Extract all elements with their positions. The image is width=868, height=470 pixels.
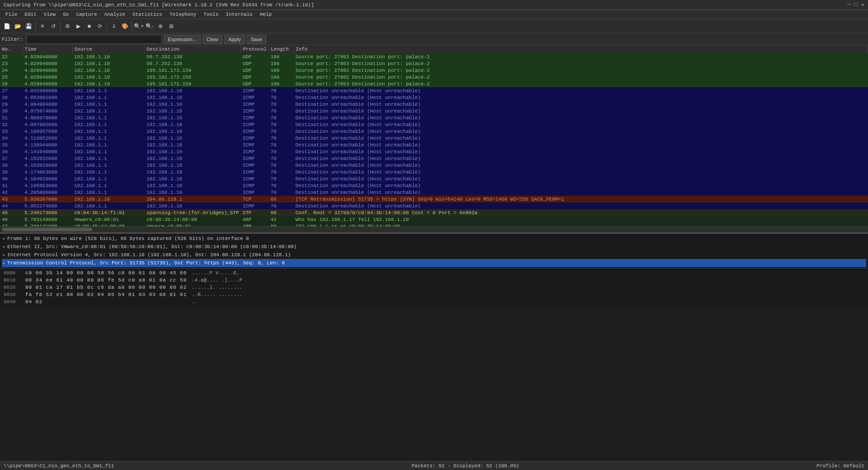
- col-source: Source: [72, 45, 145, 53]
- toolbar-stop-capture[interactable]: ■: [84, 21, 94, 31]
- detail-row-2[interactable]: ▸Internet Protocol Version 4, Src: 192.1…: [2, 251, 866, 259]
- cell-no: 32: [0, 121, 23, 128]
- table-row[interactable]: 344.119952000192.168.1.1192.168.1.10ICMP…: [0, 135, 868, 141]
- table-row[interactable]: 475.796141000c0:00:3b:14:00:00Vmware_c0:…: [0, 223, 868, 226]
- cell-proto: ICMP: [241, 101, 269, 108]
- table-row[interactable]: 314.086970000192.168.1.1192.168.1.10ICMP…: [0, 114, 868, 121]
- table-row[interactable]: 244.029946000192.168.1.10195.181.173.159…: [0, 67, 868, 74]
- table-row[interactable]: 455.240173000c0:04:3b:14:f1:01spanning-t…: [0, 209, 868, 216]
- toolbar-autoscroll[interactable]: ⇓: [109, 21, 119, 31]
- cell-src: 192.168.1.10: [72, 196, 145, 202]
- minimize-button[interactable]: ─: [847, 1, 850, 8]
- toolbar-open[interactable]: 📂: [13, 21, 23, 31]
- hscroll[interactable]: [0, 226, 868, 233]
- menu-item-internals[interactable]: Internals: [222, 11, 256, 18]
- menu-item-tools[interactable]: Tools: [200, 11, 222, 18]
- menu-item-capture[interactable]: Capture: [72, 11, 100, 18]
- clear-button[interactable]: Clear: [203, 35, 222, 44]
- menu-item-view[interactable]: View: [40, 11, 59, 18]
- table-row[interactable]: 364.141940000192.168.1.1192.168.1.10ICMP…: [0, 148, 868, 155]
- table-row[interactable]: 254.029946000192.168.1.10195.181.173.159…: [0, 74, 868, 80]
- titlebar: Capturing from \\pipe\GNS3\C1_nio_gen_et…: [0, 0, 868, 10]
- table-row[interactable]: 435.030287000192.168.1.10204.80.128.1TCP…: [0, 196, 868, 202]
- detail-text-3: Transmission Control Protocol, Src Port:…: [7, 260, 285, 266]
- cell-proto: TCP: [241, 196, 269, 202]
- table-row[interactable]: 294.064984000192.168.1.1192.168.1.10ICMP…: [0, 101, 868, 108]
- cell-time: 4.163928000: [23, 162, 72, 169]
- table-row[interactable]: 284.053991000192.168.1.1192.168.1.10ICMP…: [0, 94, 868, 101]
- table-row[interactable]: 234.029946000192.168.1.1050.7.252.138UDP…: [0, 60, 868, 67]
- toolbar-save[interactable]: 💾: [24, 21, 33, 31]
- toolbar-start-capture[interactable]: ▶: [73, 21, 83, 31]
- cell-no: 43: [0, 196, 23, 202]
- detail-row-3[interactable]: ▸Transmission Control Protocol, Src Port…: [2, 259, 866, 267]
- table-row[interactable]: 224.029946000192.168.1.1050.7.252.138UDP…: [0, 53, 868, 60]
- table-row[interactable]: 384.163928000192.168.1.1192.168.1.10ICMP…: [0, 162, 868, 169]
- table-row[interactable]: 324.097965000192.168.1.1192.168.1.10ICMP…: [0, 121, 868, 128]
- cell-info: [TCP Retransmission] 51735 > https [SYN]…: [293, 196, 868, 202]
- cell-no: 24: [0, 67, 23, 74]
- hex-bytes-0: c0 00 3b 14 00 00 00 50 56 c0 00 01 08 0…: [25, 270, 188, 277]
- menu-item-analyze[interactable]: Analyze: [101, 11, 129, 18]
- table-row[interactable]: 304.075974000192.168.1.1192.168.1.10ICMP…: [0, 108, 868, 114]
- cell-no: 46: [0, 216, 23, 223]
- toolbar-zoom-out[interactable]: 🔍-: [145, 21, 155, 31]
- toolbar-restart-capture[interactable]: ⟳: [95, 21, 105, 31]
- cell-time: 4.141940000: [23, 148, 72, 155]
- menu-item-statistics[interactable]: Statistics: [129, 11, 166, 18]
- table-row[interactable]: 424.205880000192.168.1.1192.168.1.10ICMP…: [0, 189, 868, 196]
- detail-row-1[interactable]: ▸Ethernet II, Src: Vmware_c0:00:01 (00:5…: [2, 243, 866, 251]
- cell-dst: 192.168.1.10: [145, 87, 241, 94]
- table-row[interactable]: 404.184916000192.168.1.1192.168.1.10ICMP…: [0, 175, 868, 182]
- cell-no: 37: [0, 155, 23, 162]
- filter-input[interactable]: [26, 35, 162, 44]
- toolbar-close[interactable]: ✕: [38, 21, 47, 31]
- hex-ascii-4: ..: [192, 299, 198, 306]
- cell-dst: 192.168.1.10: [145, 135, 241, 141]
- cell-time: 4.042998000: [23, 87, 72, 94]
- toolbar-capture-opts[interactable]: ⚙: [62, 21, 72, 31]
- toolbar-zoom-fit[interactable]: ⊞: [166, 21, 176, 31]
- menu-item-help[interactable]: Help: [256, 11, 275, 18]
- table-row[interactable]: 445.052274000192.168.1.1192.168.1.10ICMP…: [0, 202, 868, 209]
- expression-button[interactable]: Expression...: [164, 35, 201, 44]
- table-row[interactable]: 465.783149000Vmware_c0:00:01c0:00:3b:14:…: [0, 216, 868, 223]
- table-row[interactable]: 374.152932000192.168.1.1192.168.1.10ICMP…: [0, 155, 868, 162]
- hex-line-2: 002080 01 ca 17 01 bb 6c c6 da a0 00 00 …: [4, 285, 864, 292]
- toolbar: 📄 📂 💾 ✕ ↺ ⚙ ▶ ■ ⟳ ⇓ 🎨 🔍+ 🔍- ⊕ ⊞: [0, 19, 868, 33]
- cell-dst: c0:00:3b:14:00:00: [145, 216, 241, 223]
- table-row[interactable]: 394.174863000192.168.1.1192.168.1.10ICMP…: [0, 169, 868, 175]
- cell-len: 196: [269, 53, 293, 60]
- table-row[interactable]: 414.195853000192.168.1.1192.168.1.10ICMP…: [0, 182, 868, 189]
- toolbar-zoom-reset[interactable]: ⊕: [156, 21, 165, 31]
- table-row[interactable]: 334.108957000192.168.1.1192.168.1.10ICMP…: [0, 128, 868, 135]
- apply-button[interactable]: Apply: [224, 35, 245, 44]
- close-button[interactable]: ✕: [861, 1, 864, 8]
- table-header: No. Time Source Destination Protocol Len…: [0, 45, 868, 53]
- cell-proto: ARP: [241, 216, 269, 223]
- menu-item-edit[interactable]: Edit: [21, 11, 40, 18]
- menu-item-file[interactable]: File: [2, 11, 21, 18]
- cell-info: Destination unreachable (Host unreachabl…: [293, 189, 868, 196]
- cell-src: 192.168.1.10: [72, 80, 145, 87]
- toolbar-colorize[interactable]: 🎨: [120, 21, 130, 31]
- cell-proto: UDP: [241, 67, 269, 74]
- detail-row-0[interactable]: ▸Frame 1: 66 bytes on wire (528 bits), 6…: [2, 235, 866, 243]
- save-button[interactable]: Save: [247, 35, 266, 44]
- menu-item-telephony[interactable]: Telephony: [166, 11, 200, 18]
- table-row[interactable]: 264.029946000192.168.1.10195.181.173.159…: [0, 80, 868, 87]
- toolbar-zoom-in[interactable]: 🔍+: [134, 21, 144, 31]
- maximize-button[interactable]: □: [854, 1, 858, 8]
- menu-item-go[interactable]: Go: [59, 11, 72, 18]
- cell-info: Destination unreachable (Host unreachabl…: [293, 94, 868, 101]
- toolbar-new[interactable]: 📄: [2, 21, 12, 31]
- toolbar-reload[interactable]: ↺: [48, 21, 58, 31]
- hscroll-bar: [2, 228, 92, 231]
- table-row[interactable]: 274.042998000192.168.1.1192.168.1.10ICMP…: [0, 87, 868, 94]
- cell-len: 70: [269, 175, 293, 182]
- cell-len: 70: [269, 101, 293, 108]
- packet-list-scroll[interactable]: No. Time Source Destination Protocol Len…: [0, 45, 868, 226]
- table-row[interactable]: 354.130944000192.168.1.1192.168.1.10ICMP…: [0, 141, 868, 148]
- cell-proto: ARP: [241, 223, 269, 226]
- hex-ascii-2: ......l. ........: [192, 285, 242, 292]
